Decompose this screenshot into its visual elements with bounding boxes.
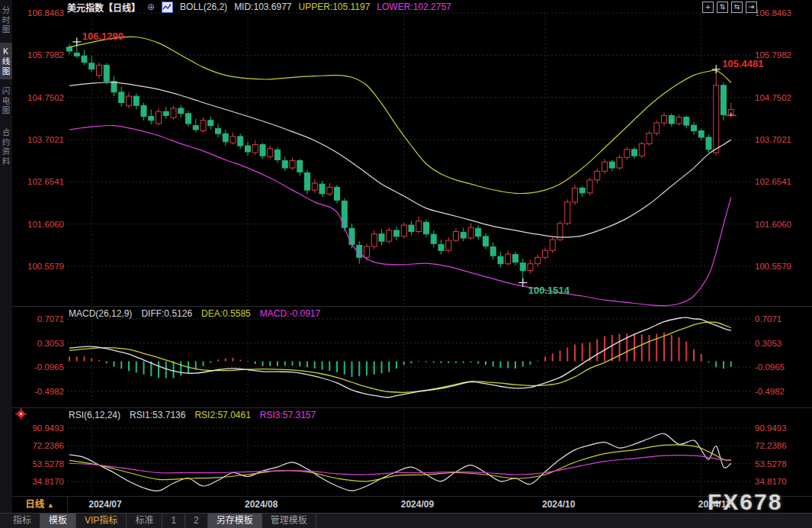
candle-body [647,134,652,144]
candle-body [721,85,727,115]
indicator-chart-icon[interactable] [162,2,173,13]
candle-body [662,115,667,123]
toolbar-tab-8[interactable]: 管理模板 [262,514,316,528]
toolbar-tab-5[interactable]: 1 [162,514,185,528]
candle-body [692,125,697,130]
main-chart-header: 美元指数【日线】 ⊕ BOLL(26,2) MID:103.6977 UPPER… [67,1,451,13]
candle-body [305,172,310,190]
toolbar-tab-3[interactable]: VIP指标 [76,514,127,528]
candle-body [535,257,541,263]
candle-body [371,234,377,246]
y-axis-label-right: 0.7071 [755,314,810,324]
sidebar-tab-2[interactable]: K线图 [0,43,12,79]
chart-canvas [0,0,812,528]
y-axis-label-right: -0.0965 [755,362,810,372]
y-axis-label-left: 101.6060 [11,219,64,230]
y-axis-label-left: -0.4982 [11,386,64,397]
price-annotation: 105.4481 [722,58,763,69]
series-diff [69,317,731,398]
candle-body [684,118,689,126]
candle-body [476,228,481,237]
candle-body [468,227,473,238]
candle-body [409,225,414,231]
candle-body [595,171,600,180]
candle-body [617,157,622,168]
period-selector[interactable]: 日线 ▲ [12,496,68,513]
boll-lower-value: LOWER:102.2757 [377,2,451,12]
period-arrow-icon: ▲ [47,501,54,509]
price-annotation: 100.1514 [528,285,570,296]
y-axis-label-left: 72.2386 [11,440,64,451]
candle-body [394,230,400,237]
move-icon[interactable]: + [702,2,714,13]
toolbar-tab-6[interactable]: 2 [185,514,208,528]
toolbar-tab-1[interactable]: 指标 [5,514,40,528]
macd-hist-value: MACD:-0.0917 [260,308,320,319]
candle-body [335,187,340,200]
candle-body [654,123,660,134]
candle-body [513,255,518,262]
candle-body [706,137,711,150]
candle-body [490,247,496,256]
sidebar-tab-4[interactable]: 合约资料 [0,124,12,171]
macd-diff-value: DIFF:0.5126 [141,308,192,319]
candle-body [297,161,303,172]
candle-body [639,143,644,156]
candle-body [446,240,451,250]
candle-body [483,237,489,246]
candle-body [327,187,332,194]
toolbar-tab-2[interactable]: 模板 [40,514,76,528]
price-annotation: 106.1290 [82,31,124,42]
link-icon[interactable]: ⊕ [147,2,155,12]
candle-body [602,162,608,171]
candle-body [461,233,466,238]
candle-body [528,264,533,271]
candle-body [290,161,295,169]
candle-body [82,56,87,62]
candle-body [550,240,555,250]
y-axis-label-left: 34.8170 [11,476,64,487]
candle-body [587,180,592,193]
candle-body [156,111,162,124]
candle-body [67,47,72,51]
candle-body [178,108,184,114]
toolbar-tab-4[interactable]: 标准 [127,514,162,528]
candle-body [186,114,191,124]
candle-body [498,256,503,264]
macd-label: MACD(26,12,9) [69,308,132,319]
chart-type-sidebar: 分时图K线图闪电图合约资料 [0,0,12,513]
candle-body [223,134,228,142]
candle-body [454,231,459,240]
y-axis-label-right: 72.2386 [755,440,810,451]
y-axis-label-left: 104.7502 [11,92,64,103]
y-axis-label-right: 103.7021 [755,134,810,145]
detach-window-icon[interactable]: ⇥ [746,2,757,13]
candle-body [424,222,429,233]
boll-upper-value: UPPER:105.1197 [299,2,371,12]
toolbar-tab-7[interactable]: 另存模板 [208,514,262,528]
scale-horizontal-icon[interactable]: ⇆ [731,2,743,13]
candle-body [275,150,281,159]
candle-body [505,254,511,264]
month-label: 2024/09 [401,498,434,510]
candle-body [141,105,146,116]
bottom-toolbar: 指标模板VIP指标标准12另存模板管理模板 [0,513,812,528]
rsi3-value: RSI3:57.3157 [260,410,316,420]
scale-vertical-icon[interactable]: ⇅ [717,2,728,13]
boll-label: BOLL(26,2) [180,2,227,12]
window-controls: +⇅⇆⇥ [702,2,757,13]
month-label: 2024/10 [542,498,575,510]
y-axis-label-left: 102.6541 [11,176,64,187]
series-boll-mid [69,82,731,237]
y-axis-label-right: -0.4982 [755,386,810,397]
candle-body [520,263,525,271]
candle-body [632,150,637,156]
candle-body [149,116,154,120]
y-axis-label-right: 101.6060 [755,219,810,230]
candle-body [119,92,124,103]
candle-body [163,111,168,115]
indicator-settings-icon[interactable] [18,410,24,417]
candle-body [349,228,355,244]
candle-body [438,244,444,250]
y-axis-label-right: 100.5579 [755,261,810,272]
